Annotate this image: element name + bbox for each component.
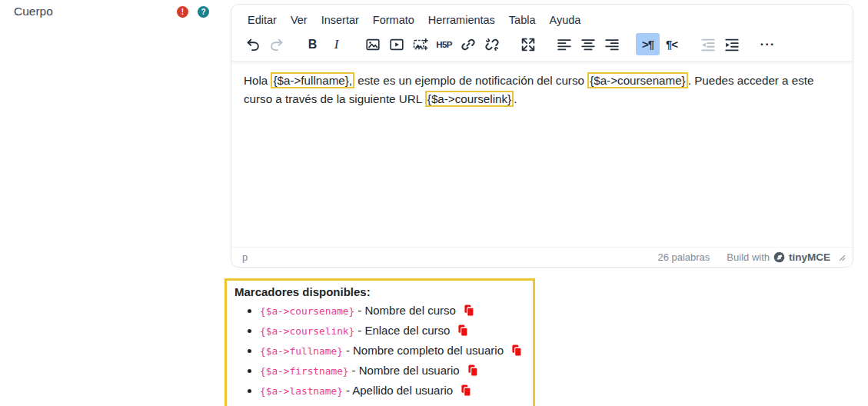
field-label: Cuerpo — [14, 5, 53, 18]
placeholder-fullname: {$a->fullname}, — [271, 72, 354, 88]
h5p-icon[interactable]: H5P — [432, 33, 456, 55]
image-icon[interactable] — [361, 33, 384, 55]
menubar-item[interactable]: Editar — [241, 10, 284, 30]
outdent-icon[interactable] — [696, 33, 720, 55]
marker-code: {$a->fullname} — [260, 345, 343, 357]
marker-code: {$a->firstname} — [260, 365, 349, 377]
menubar-item[interactable]: Formato — [366, 10, 421, 30]
branding-name: tinyMCE — [789, 251, 830, 263]
editor-toolbar: B I H5P — [238, 31, 846, 56]
help-question-icon[interactable]: ? — [198, 6, 209, 18]
editor-paragraph: Hola {$a->fullname}, este es un ejemplo … — [244, 72, 840, 108]
marker-description: - Nombre completo del usuario — [346, 344, 504, 357]
tinymce-branding-link[interactable]: Build with tinyMCE — [727, 251, 830, 263]
media-icon[interactable] — [384, 33, 408, 55]
redo-icon[interactable] — [264, 33, 288, 55]
content-text: este es un ejemplo de notificación del c… — [354, 74, 587, 87]
align-left-icon[interactable] — [552, 33, 576, 55]
field-badges: ! ? — [177, 6, 209, 18]
editor-header: EditarVerInsertarFormatoHerramientasTabl… — [231, 5, 853, 62]
markers-list: {$a->coursename}- Nombre del curso {$a->… — [234, 304, 525, 400]
unlink-icon[interactable] — [480, 33, 504, 55]
marker-item: {$a->coursename}- Nombre del curso — [260, 304, 525, 320]
fullscreen-icon[interactable] — [516, 33, 540, 55]
align-center-icon[interactable] — [576, 33, 600, 55]
rich-text-editor: EditarVerInsertarFormatoHerramientasTabl… — [231, 4, 853, 268]
marker-description: - Enlace del curso — [358, 324, 450, 337]
italic-icon[interactable]: I — [324, 33, 348, 55]
copy-icon[interactable] — [510, 344, 523, 360]
marker-item: {$a->firstname}- Nombre del usuario — [260, 364, 525, 380]
marker-code: {$a->coursename} — [260, 305, 354, 317]
resize-handle[interactable] — [837, 253, 846, 261]
placeholder-coursename: {$a->coursename} — [587, 72, 688, 88]
word-count[interactable]: 26 palabras — [657, 251, 710, 263]
menubar-item[interactable]: Insertar — [314, 10, 366, 30]
copy-icon[interactable] — [467, 364, 479, 380]
link-icon[interactable] — [456, 33, 480, 55]
indent-icon[interactable] — [720, 33, 743, 55]
element-path[interactable]: p — [242, 251, 657, 263]
marker-item: {$a->courselink}- Enlace del curso — [260, 324, 525, 340]
available-markers-box: Marcadores disponibles: {$a->coursename}… — [224, 278, 535, 406]
menubar-item[interactable]: Ver — [284, 10, 314, 30]
required-exclamation-icon: ! — [177, 6, 188, 18]
content-text: Hola — [244, 74, 271, 87]
tinymce-logo-icon — [773, 251, 785, 263]
marker-description: - Nombre del curso — [358, 304, 456, 317]
more-options-icon[interactable]: ··· — [756, 33, 780, 55]
copy-icon[interactable] — [457, 324, 469, 340]
branding-prefix: Build with — [727, 251, 770, 263]
content-text: . — [514, 92, 517, 105]
ltr-icon[interactable]: >¶ — [636, 33, 660, 55]
copy-icon[interactable] — [463, 304, 475, 320]
placeholder-courselink: {$a->courselink} — [425, 91, 514, 107]
editor-content-area[interactable]: Hola {$a->fullname}, este es un ejemplo … — [231, 62, 853, 244]
menubar-item[interactable]: Herramientas — [421, 10, 502, 30]
editor-statusbar: p 26 palabras Build with tinyMCE — [231, 247, 853, 267]
align-right-icon[interactable] — [600, 33, 624, 55]
menubar-item[interactable]: Tabla — [502, 10, 543, 30]
rtl-icon[interactable]: ¶< — [660, 33, 683, 55]
markers-title: Marcadores disponibles: — [234, 285, 525, 298]
undo-icon[interactable] — [241, 33, 264, 55]
marker-item: {$a->lastname}- Apellido del usuario — [260, 384, 525, 400]
editor-menubar: EditarVerInsertarFormatoHerramientasTabl… — [238, 8, 846, 31]
marker-code: {$a->courselink} — [260, 325, 354, 337]
image-insert-icon[interactable] — [408, 33, 432, 55]
menubar-item[interactable]: Ayuda — [543, 10, 588, 30]
marker-item: {$a->fullname}- Nombre completo del usua… — [260, 344, 525, 360]
marker-code: {$a->lastname} — [260, 385, 343, 397]
marker-description: - Nombre del usuario — [352, 364, 460, 377]
marker-description: - Apellido del usuario — [346, 384, 453, 397]
copy-icon[interactable] — [460, 384, 472, 400]
bold-icon[interactable]: B — [301, 33, 324, 55]
